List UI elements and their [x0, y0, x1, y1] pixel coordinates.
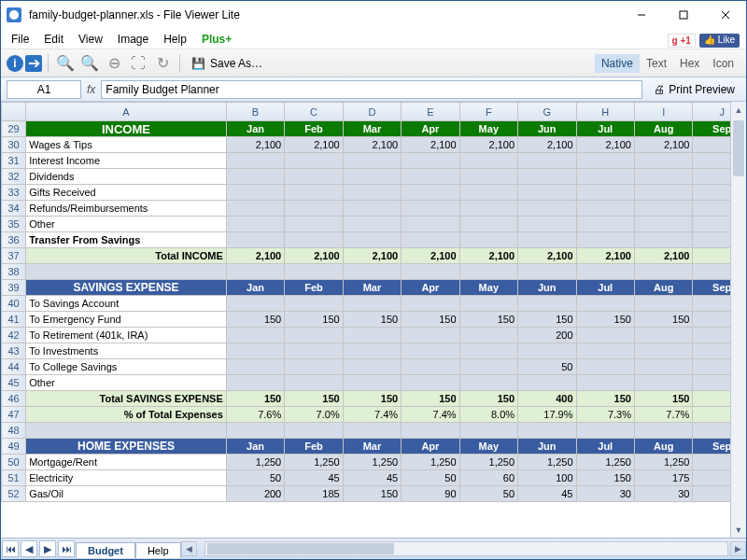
google-plus-button[interactable]: g +1	[668, 34, 696, 48]
cell[interactable]	[26, 264, 227, 280]
cell[interactable]	[285, 232, 343, 248]
cell[interactable]: 2,100	[576, 248, 634, 264]
row-header[interactable]: 50	[2, 455, 26, 470]
cell[interactable]	[518, 217, 576, 232]
cell[interactable]: 2,100	[576, 137, 634, 153]
cell[interactable]: 30	[634, 486, 692, 502]
cell[interactable]	[518, 296, 576, 312]
cell[interactable]: 1,250	[576, 455, 634, 470]
cell[interactable]	[634, 264, 692, 280]
vertical-scrollbar[interactable]: ▲ ▼	[730, 102, 746, 538]
cell[interactable]	[576, 423, 634, 439]
cell[interactable]	[343, 375, 401, 391]
row-header[interactable]: 40	[2, 296, 26, 312]
row-header[interactable]: 48	[2, 423, 26, 439]
info-icon[interactable]: i	[7, 55, 23, 72]
cell[interactable]	[693, 312, 730, 328]
cell[interactable]: 150	[634, 312, 692, 328]
cell[interactable]	[693, 375, 730, 391]
cell[interactable]	[693, 328, 730, 343]
cell[interactable]: 2,	[693, 248, 730, 264]
row-header[interactable]: 44	[2, 359, 26, 375]
cell[interactable]: 2,100	[634, 137, 692, 153]
cell[interactable]: 2,100	[402, 137, 459, 153]
hscroll-left-icon[interactable]: ◀	[181, 541, 197, 556]
row-header[interactable]: 31	[2, 153, 26, 169]
cell[interactable]: 185	[285, 486, 343, 502]
goto-icon[interactable]: ➔	[25, 55, 42, 72]
cell[interactable]: 2,100	[226, 248, 284, 264]
cell[interactable]	[693, 264, 730, 280]
viewmode-native[interactable]: Native	[595, 54, 640, 73]
row-header[interactable]: 34	[2, 201, 26, 217]
cell[interactable]	[343, 328, 401, 343]
tab-nav-next[interactable]: ▶	[39, 540, 56, 557]
cell[interactable]: 100	[518, 470, 576, 486]
cell[interactable]: 1,	[693, 455, 730, 470]
cell[interactable]	[576, 185, 634, 201]
cell[interactable]: 150	[343, 312, 401, 328]
spreadsheet-grid[interactable]: ABCDEFGHIJ29INCOMEJanFebMarAprMayJunJulA…	[1, 102, 730, 538]
cell[interactable]	[285, 343, 343, 359]
row-label[interactable]: Gas/Oil	[26, 486, 227, 502]
cell[interactable]: 8.0%	[459, 407, 517, 423]
cell[interactable]: 1,250	[343, 455, 401, 470]
cell[interactable]: 7.0%	[285, 407, 343, 423]
cell[interactable]	[402, 185, 459, 201]
cell[interactable]	[518, 185, 576, 201]
cell[interactable]: 150	[459, 391, 517, 407]
cell[interactable]	[518, 423, 576, 439]
row-label[interactable]: To College Savings	[26, 359, 227, 375]
menu-view[interactable]: View	[72, 31, 109, 48]
cell[interactable]: 60	[459, 470, 517, 486]
zoom-out-icon[interactable]: 🔍	[54, 53, 77, 74]
cell[interactable]	[343, 153, 401, 169]
cell[interactable]: 150	[459, 312, 517, 328]
row-header[interactable]: 47	[2, 407, 26, 423]
cell[interactable]	[402, 264, 459, 280]
cell[interactable]: 1,250	[226, 455, 284, 470]
cell[interactable]: 45	[518, 486, 576, 502]
row-label[interactable]: Other	[26, 375, 227, 391]
cell[interactable]	[459, 423, 517, 439]
viewmode-hex[interactable]: Hex	[673, 54, 706, 73]
cell[interactable]: 2,100	[518, 137, 576, 153]
cell[interactable]	[634, 232, 692, 248]
cell[interactable]	[693, 296, 730, 312]
cell[interactable]: 400	[518, 391, 576, 407]
cell[interactable]	[518, 264, 576, 280]
horizontal-scrollbar[interactable]	[204, 541, 728, 556]
scroll-up-icon[interactable]: ▲	[731, 102, 746, 118]
col-header[interactable]: C	[285, 103, 343, 121]
cell[interactable]	[518, 375, 576, 391]
cell[interactable]: 150	[402, 312, 459, 328]
cell[interactable]: 200	[518, 328, 576, 343]
cell[interactable]	[634, 328, 692, 343]
cell[interactable]	[226, 343, 284, 359]
cell[interactable]	[634, 217, 692, 232]
row-label[interactable]: Wages & Tips	[26, 137, 227, 153]
cell[interactable]	[693, 217, 730, 232]
cell[interactable]	[343, 169, 401, 185]
cell[interactable]	[402, 296, 459, 312]
cell[interactable]: 50	[226, 470, 284, 486]
row-header[interactable]: 35	[2, 217, 26, 232]
refresh-icon[interactable]: ↻	[151, 53, 174, 74]
minimize-button[interactable]	[620, 2, 662, 29]
select-all-corner[interactable]	[2, 103, 26, 121]
cell[interactable]	[576, 375, 634, 391]
cell[interactable]	[343, 296, 401, 312]
cell[interactable]: 2,100	[226, 137, 284, 153]
cell[interactable]: 2,100	[285, 137, 343, 153]
cell[interactable]	[459, 217, 517, 232]
cell[interactable]	[226, 217, 284, 232]
cell[interactable]	[576, 232, 634, 248]
cell[interactable]	[343, 359, 401, 375]
row-label[interactable]: Refunds/Reimbursements	[26, 201, 227, 217]
cell[interactable]	[693, 169, 730, 185]
cell[interactable]: 150	[226, 391, 284, 407]
cell[interactable]	[402, 153, 459, 169]
cell[interactable]	[226, 264, 284, 280]
cell[interactable]: 2,100	[343, 137, 401, 153]
cell[interactable]	[402, 328, 459, 343]
